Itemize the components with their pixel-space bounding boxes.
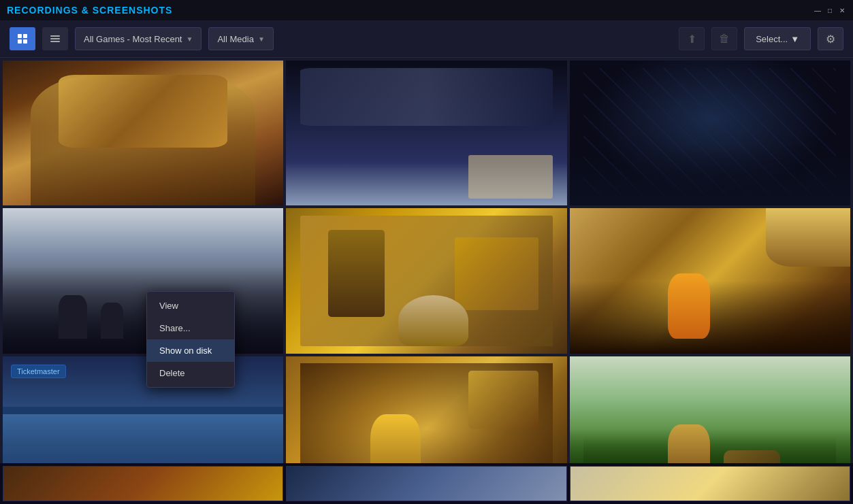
settings-button[interactable]: ⚙	[818, 27, 843, 50]
window-controls: — □ ✕	[814, 6, 846, 14]
select-label: Select...	[756, 34, 788, 44]
maximize-button[interactable]: □	[826, 6, 834, 14]
screenshot-grid: Ticketmaster	[0, 58, 853, 504]
game-filter-value: All Games - Most Recent	[84, 34, 182, 44]
settings-icon: ⚙	[826, 33, 835, 46]
filmstrip-thumb-2[interactable]	[286, 466, 566, 501]
media-filter-arrow: ▼	[258, 35, 265, 43]
ticket-badge: Ticketmaster	[11, 365, 66, 378]
context-menu-view[interactable]: View	[147, 295, 234, 317]
context-menu-delete[interactable]: Delete	[147, 362, 234, 384]
context-menu: View Share... Show on disk Delete	[146, 291, 235, 388]
cell-overlay-2	[286, 61, 566, 205]
screenshot-cell-3[interactable]	[570, 61, 850, 205]
cell-overlay-4	[3, 208, 283, 353]
media-filter-value: All Media	[217, 34, 253, 44]
game-filter-arrow: ▼	[187, 35, 193, 43]
media-filter-dropdown[interactable]: All Media ▼	[208, 27, 273, 50]
context-menu-show-on-disk[interactable]: Show on disk	[147, 339, 234, 362]
cell-overlay-5	[286, 208, 566, 353]
minimize-button[interactable]: —	[814, 6, 822, 14]
grid-view-button[interactable]	[10, 27, 35, 50]
delete-button[interactable]: 🗑	[711, 27, 737, 50]
context-menu-share[interactable]: Share...	[147, 317, 234, 339]
screenshot-cell-6[interactable]	[570, 208, 850, 353]
game-filter-dropdown[interactable]: All Games - Most Recent ▼	[75, 27, 202, 50]
screenshot-cell-4[interactable]	[3, 208, 283, 353]
select-arrow: ▼	[790, 34, 799, 44]
screenshot-cell-1[interactable]	[3, 61, 283, 205]
select-button[interactable]: Select... ▼	[744, 27, 811, 50]
list-view-button[interactable]	[42, 27, 68, 50]
header-toolbar: All Games - Most Recent ▼ All Media ▼ ⬆ …	[0, 20, 853, 58]
bottom-filmstrip	[0, 463, 853, 504]
screenshot-cell-2[interactable]	[286, 61, 566, 205]
main-content: Ticketmaster View	[0, 58, 853, 504]
grid-icon	[18, 34, 27, 44]
title-bar: RECORDINGS & SCREENSHOTS — □ ✕	[0, 0, 853, 20]
filmstrip-thumb-1[interactable]	[3, 466, 283, 501]
trash-icon: 🗑	[719, 33, 730, 45]
close-button[interactable]: ✕	[838, 6, 846, 14]
screenshot-cell-5[interactable]	[286, 208, 566, 353]
cell-overlay-6	[570, 208, 850, 353]
list-icon	[50, 35, 60, 42]
filmstrip-thumb-3[interactable]	[570, 466, 850, 501]
cell-overlay-3	[570, 61, 850, 205]
cell-overlay-1	[3, 61, 283, 205]
upload-icon: ⬆	[688, 33, 696, 46]
app-title: RECORDINGS & SCREENSHOTS	[7, 5, 172, 16]
upload-button[interactable]: ⬆	[679, 27, 705, 50]
